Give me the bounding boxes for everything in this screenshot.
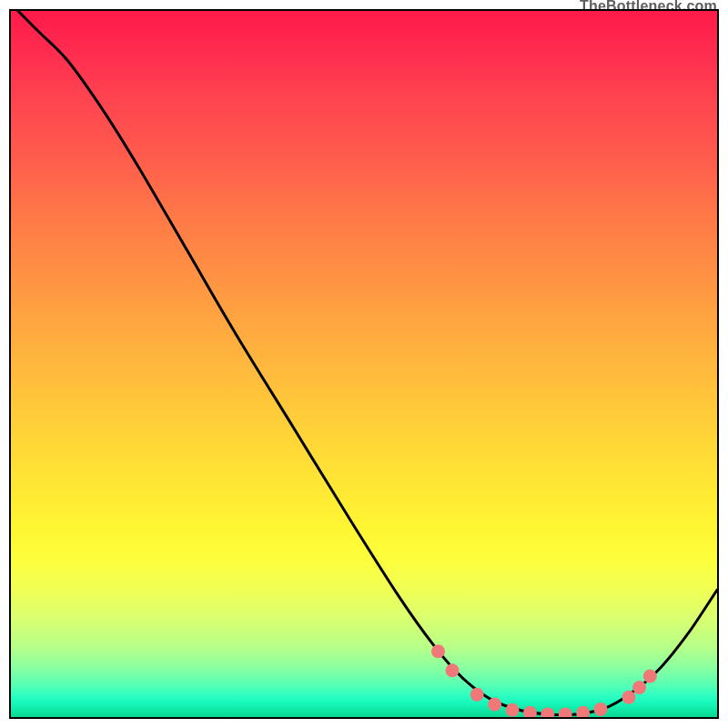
chart-container: TheBottleneck.com [0, 0, 728, 728]
curve-marker [470, 688, 484, 702]
curve-marker [506, 703, 520, 717]
curve-marker [559, 707, 572, 717]
plot-area [9, 9, 719, 719]
chart-svg [11, 11, 717, 717]
curve-marker [488, 698, 501, 712]
curve-marker [541, 707, 554, 717]
curve-marker [431, 644, 445, 658]
curve-line [18, 11, 717, 715]
curve-marker [523, 706, 537, 717]
curve-marker [576, 706, 590, 717]
curve-marker [632, 681, 646, 694]
curve-marker [643, 670, 657, 683]
curve-marker [446, 663, 460, 677]
curve-marker [594, 703, 608, 716]
curve-marker [622, 691, 636, 704]
curve-line-group [18, 11, 717, 715]
